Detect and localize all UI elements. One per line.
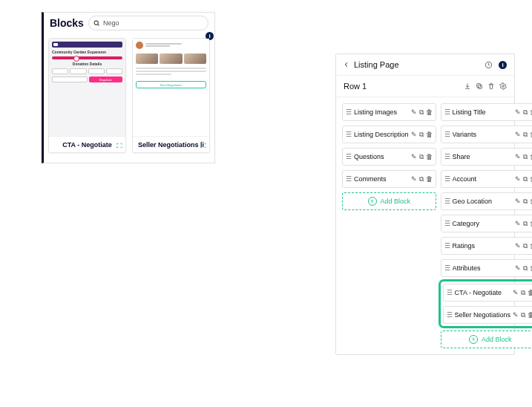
plus-icon: + — [469, 335, 478, 344]
block-item[interactable]: ☰ Ratings ✎⧉🗑 — [441, 237, 532, 255]
block-item[interactable]: ☰ Listing Images ✎⧉🗑 — [342, 103, 436, 121]
copy-icon[interactable]: ⧉ — [521, 311, 525, 319]
delete-icon[interactable]: 🗑 — [426, 175, 433, 183]
drag-icon[interactable]: ☰ — [444, 153, 450, 160]
block-card[interactable]: Community Garden Expansion Donation Deta… — [48, 38, 126, 153]
edit-icon[interactable]: ✎ — [515, 220, 521, 228]
svg-point-6 — [502, 85, 505, 88]
block-item[interactable]: ☰ Listing Title ✎⧉🗑 — [441, 103, 532, 121]
copy-icon[interactable]: ⧉ — [419, 175, 424, 183]
block-item[interactable]: ☰ Comments ✎⧉🗑 — [342, 170, 436, 188]
edit-icon[interactable]: ✎ — [515, 131, 521, 139]
add-block-button[interactable]: + Add Block — [342, 192, 436, 210]
panel-title: Listing Page — [354, 60, 480, 69]
delete-icon[interactable]: 🗑 — [528, 289, 532, 297]
delete-icon[interactable]: 🗑 — [426, 153, 433, 161]
blocks-panel: Blocks Nego i Community Garden Expansion… — [42, 12, 215, 163]
block-item[interactable]: ☰ Attributes ✎⧉🗑 — [441, 259, 532, 277]
drag-icon[interactable]: ☰ — [447, 311, 453, 319]
block-item-highlighted[interactable]: ☰ Seller Negotiations ✎⧉🗑 — [443, 306, 532, 324]
column-1: ☰ Listing Images ✎⧉🗑 ☰ Listing Descripti… — [342, 103, 436, 348]
listing-page-panel: Listing Page i Row 1 ☰ Listing Images ✎⧉… — [335, 53, 515, 355]
drag-icon[interactable]: ☰ — [444, 220, 450, 227]
edit-icon[interactable]: ✎ — [411, 131, 417, 139]
search-value: Nego — [103, 19, 119, 27]
blocks-search[interactable]: Nego — [88, 16, 208, 30]
plus-icon: + — [368, 197, 377, 206]
copy-icon[interactable]: ⧉ — [419, 131, 424, 139]
copy-icon[interactable]: ⧉ — [419, 153, 424, 161]
column-2: ☰ Listing Title ✎⧉🗑 ☰ Variants ✎⧉🗑 ☰ Sha… — [441, 103, 532, 348]
info-icon[interactable]: i — [499, 61, 507, 69]
panel-header: Listing Page i — [336, 54, 514, 76]
drag-icon[interactable]: ☰ — [444, 108, 450, 116]
drag-icon[interactable]: ☰ — [346, 131, 352, 138]
search-icon — [93, 20, 100, 27]
row-title: Row 1 — [344, 82, 464, 91]
highlighted-group: ☰ CTA - Negotiate ✎⧉🗑 ☰ Seller Negotiati… — [441, 281, 532, 326]
copy-icon[interactable]: ⧉ — [523, 198, 528, 206]
block-item[interactable]: ☰ Variants ✎⧉🗑 — [441, 126, 532, 143]
copy-icon[interactable]: ⧉ — [419, 108, 424, 117]
copy-icon[interactable]: ⧉ — [523, 153, 528, 161]
edit-icon[interactable]: ✎ — [513, 311, 519, 319]
copy-icon[interactable]: ⧉ — [523, 220, 528, 228]
svg-line-1 — [98, 24, 99, 25]
block-item[interactable]: ☰ Listing Description ✎⧉🗑 — [342, 126, 436, 143]
avatar-icon — [136, 42, 143, 49]
blocks-header: Blocks Nego — [44, 13, 214, 33]
settings-icon[interactable] — [499, 82, 507, 90]
copy-icon[interactable]: ⧉ — [521, 289, 525, 297]
delete-icon[interactable]: 🗑 — [528, 311, 532, 319]
drag-icon[interactable]: ☰ — [346, 153, 352, 160]
columns: ☰ Listing Images ✎⧉🗑 ☰ Listing Descripti… — [336, 97, 514, 354]
expand-icon[interactable]: ⛶ — [200, 143, 206, 149]
drag-icon[interactable]: ☰ — [444, 242, 450, 250]
block-item[interactable]: ☰ Questions ✎⧉🗑 — [342, 148, 436, 166]
edit-icon[interactable]: ✎ — [515, 242, 521, 250]
drag-icon[interactable]: ☰ — [346, 175, 352, 183]
block-item[interactable]: ☰ Account ✎⧉🗑 — [441, 170, 532, 188]
download-icon[interactable] — [464, 82, 471, 90]
edit-icon[interactable]: ✎ — [515, 264, 521, 273]
edit-icon[interactable]: ✎ — [513, 289, 519, 297]
edit-icon[interactable]: ✎ — [411, 108, 417, 117]
edit-icon[interactable]: ✎ — [515, 153, 521, 161]
row-header: Row 1 — [336, 76, 514, 97]
copy-icon[interactable]: ⧉ — [523, 242, 528, 250]
block-thumb-seller: Start Negotiation — [133, 39, 209, 137]
edit-icon[interactable]: ✎ — [411, 153, 417, 161]
block-item[interactable]: ☰ Geo Location ✎⧉🗑 — [441, 192, 532, 210]
drag-icon[interactable]: ☰ — [444, 198, 450, 205]
edit-icon[interactable]: ✎ — [515, 175, 521, 183]
delete-icon[interactable] — [487, 82, 495, 90]
block-thumb-cta: Community Garden Expansion Donation Deta… — [49, 39, 125, 137]
drag-icon[interactable]: ☰ — [444, 264, 450, 272]
copy-icon[interactable]: ⧉ — [523, 108, 528, 117]
copy-icon[interactable]: ⧉ — [523, 264, 528, 273]
history-icon[interactable] — [485, 61, 493, 69]
block-card-title: Seller Negotiations li — [136, 141, 206, 149]
block-card-title: CTA - Negotiate — [52, 141, 122, 149]
block-item[interactable]: ☰ Category ✎⧉🗑 — [441, 215, 532, 232]
copy-icon[interactable]: ⧉ — [523, 175, 528, 183]
block-item-highlighted[interactable]: ☰ CTA - Negotiate ✎⧉🗑 — [443, 284, 532, 302]
drag-icon[interactable]: ☰ — [444, 131, 450, 138]
copy-icon[interactable] — [476, 82, 483, 90]
back-button[interactable] — [344, 61, 349, 68]
delete-icon[interactable]: 🗑 — [426, 108, 433, 117]
delete-icon[interactable]: 🗑 — [426, 131, 433, 139]
edit-icon[interactable]: ✎ — [515, 198, 521, 206]
edit-icon[interactable]: ✎ — [515, 108, 521, 117]
edit-icon[interactable]: ✎ — [411, 175, 417, 183]
block-card[interactable]: Start Negotiation Seller Negotiations li… — [132, 38, 210, 153]
svg-rect-4 — [478, 85, 482, 88]
svg-point-0 — [94, 21, 98, 25]
drag-icon[interactable]: ☰ — [346, 108, 352, 116]
drag-icon[interactable]: ☰ — [447, 289, 453, 296]
copy-icon[interactable]: ⧉ — [523, 131, 528, 139]
block-item[interactable]: ☰ Share ✎⧉🗑 — [441, 148, 532, 166]
expand-icon[interactable]: ⛶ — [116, 143, 122, 149]
drag-icon[interactable]: ☰ — [444, 175, 450, 183]
add-block-button[interactable]: + Add Block — [441, 331, 532, 348]
